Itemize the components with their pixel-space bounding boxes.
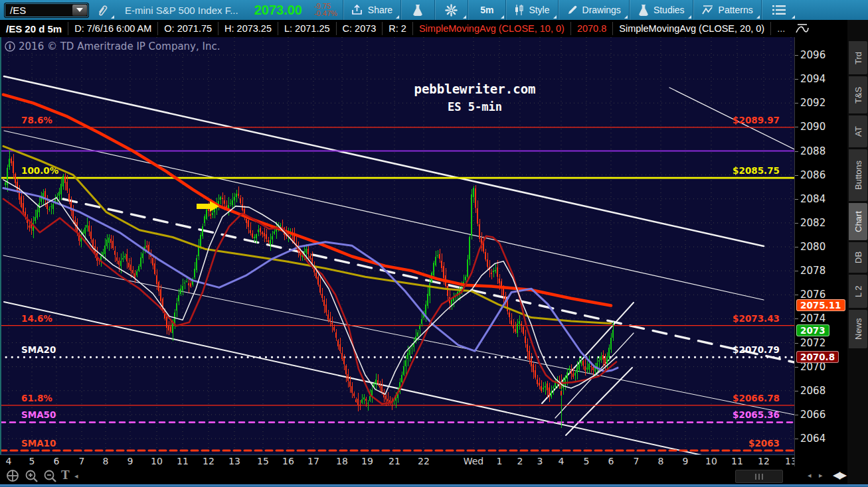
header-segment: 2070.8 (571, 22, 613, 35)
chart-scrollbar-grip[interactable] (735, 470, 783, 483)
studies-label: Studies (653, 5, 685, 15)
sidebar-tab-news[interactable]: News (849, 310, 867, 348)
time-tick-label: 7 (625, 456, 648, 466)
header-segment: /ES 20 d 5m (0, 22, 68, 35)
price-tick-label: 2066 (800, 409, 825, 421)
header-segment: SimpleMovingAvg (CLOSE, 20, 0) (613, 22, 771, 35)
copyright-notice: i2016 © TD Ameritrade IP Company, Inc. (5, 40, 220, 52)
price-tick-label: 2084 (800, 193, 825, 205)
header-segment: C: 2073 (337, 22, 383, 35)
price-axis[interactable]: 2064206620682070207220742076207820802082… (794, 37, 847, 466)
time-tick-label: 5 (575, 456, 598, 466)
level-label-left: 14.6% (21, 313, 52, 324)
time-tick-label: 9 (674, 456, 697, 466)
sidebar-tab-chart[interactable]: Chart (849, 203, 867, 240)
text-tool-icon[interactable]: T (61, 468, 70, 482)
level-label-left: SMA50 (21, 409, 56, 420)
level-label-right: $2089.97 (733, 115, 780, 125)
zoom-in-icon[interactable] (24, 468, 40, 484)
studies-flask-icon (638, 4, 650, 17)
level-label-left: 61.8% (21, 393, 52, 403)
collapse-tools-icon[interactable]: ◂ (74, 472, 78, 480)
interval-label: 5m (480, 5, 493, 15)
style-label: Style (529, 5, 549, 15)
flask-icon (412, 4, 424, 17)
last-price: 2073.00 (248, 3, 309, 18)
time-tick-label: 10 (145, 456, 168, 466)
price-tick-label: 2092 (800, 97, 825, 109)
drawings-button[interactable]: Drawings (559, 0, 629, 20)
sidebar-tab-l2[interactable]: L 2 (849, 275, 867, 308)
time-tick-label: 1 (488, 456, 511, 466)
time-tick-label: 8 (650, 456, 672, 466)
expand-handle-icon[interactable]: ◀▶ (833, 469, 845, 481)
time-tick-label: 12 (197, 456, 220, 466)
interval-button[interactable]: 5m (468, 0, 505, 20)
symbol-text: /ES (5, 5, 72, 16)
level-label-left: SMA20 (21, 344, 56, 355)
level-label-left: SMA10 (21, 438, 56, 449)
dropdown-corner (756, 15, 760, 19)
zoom-out-icon[interactable] (43, 468, 58, 484)
dropdown-corner (688, 15, 691, 19)
price-tick-label: 2080 (800, 241, 825, 253)
header-segment: L: 2071.25 (278, 22, 337, 35)
symbol-input[interactable]: /ES (4, 3, 89, 18)
dropdown-corner (396, 15, 399, 19)
patterns-icon (701, 4, 715, 16)
level-label-right: $2070.79 (733, 344, 780, 355)
scroll-right-icon[interactable]: ▸ (819, 472, 823, 479)
header-segment: D: 7/6/16 6:00 AM (68, 22, 158, 35)
svg-text:ES 5-min: ES 5-min (448, 100, 502, 113)
symbol-dropdown-button[interactable] (72, 5, 87, 16)
time-axis[interactable]: 4567891011121315161718192122Wed123456789… (0, 455, 794, 466)
price-change: -9.75 -0.47% (309, 3, 343, 17)
price-tick-label: 2094 (800, 73, 825, 85)
bottom-bar: T ◂ ◂ ▸ ◀▶ (0, 466, 847, 484)
chart-canvas[interactable]: i2016 © TD Ameritrade IP Company, Inc.pe… (0, 37, 794, 455)
time-tick-label: 10 (700, 456, 723, 466)
time-tick-label: 4 (550, 456, 572, 466)
time-tick-label: 17 (302, 456, 325, 466)
sidebar-tab-trd[interactable]: Trd (849, 41, 867, 74)
time-tick-label: 3 (529, 456, 551, 466)
level-label-left: 78.6% (21, 115, 52, 125)
time-tick-label: 11 (726, 456, 748, 466)
studies-button[interactable]: Studies (630, 0, 693, 20)
chart-header-row: /ES 20 d 5mD: 7/6/16 6:00 AMO: 2071.75H:… (0, 20, 868, 37)
dropdown-corner (624, 15, 628, 19)
svg-text:i: i (9, 42, 11, 51)
sidebar-tab-at[interactable]: AT (849, 115, 867, 147)
price-badge: 2073 (796, 324, 829, 336)
time-tick-label: 6 (45, 456, 68, 466)
sidebar-tab-buttons[interactable]: Buttons (849, 149, 867, 201)
time-tick-label: 12 (752, 456, 775, 466)
settings-button[interactable] (435, 0, 468, 20)
share-button[interactable]: Share (343, 0, 400, 20)
time-tick-label: 8 (94, 456, 117, 466)
style-button[interactable]: Style (506, 0, 557, 20)
level-label-right: $2066.78 (733, 393, 780, 403)
price-tick-label: 2086 (800, 169, 825, 181)
header-segment: H: 2073.25 (218, 22, 278, 35)
drawings-label: Drawings (582, 5, 621, 15)
window-bottom-edge (0, 484, 868, 487)
sidebar-tab-db[interactable]: DB (849, 242, 867, 273)
sidebar-tab-ts[interactable]: T&S (849, 76, 867, 113)
price-tick-label: 2064 (800, 433, 825, 445)
analysis-flask-button[interactable] (401, 0, 434, 20)
time-tick-label: 21 (383, 456, 406, 466)
chart-style-icon (514, 4, 525, 16)
curve-tool-button[interactable] (794, 21, 810, 36)
thinkorswim-window: /ES E-mini S&P 500 Index F... 2073.00 -9… (0, 0, 868, 487)
paperclip-icon (96, 3, 109, 17)
svg-text:2016 © TD Ameritrade IP Compan: 2016 © TD Ameritrade IP Company, Inc. (19, 40, 220, 52)
menu-button[interactable] (762, 0, 796, 20)
price-tick-label: 2072 (800, 337, 825, 349)
dropdown-corner (111, 15, 114, 19)
link-button[interactable] (89, 0, 116, 20)
pan-tool-icon[interactable] (5, 468, 20, 483)
scroll-left-icon[interactable]: ◂ (808, 472, 812, 479)
price-tick-label: 2068 (800, 385, 825, 397)
patterns-button[interactable]: Patterns (693, 0, 761, 20)
